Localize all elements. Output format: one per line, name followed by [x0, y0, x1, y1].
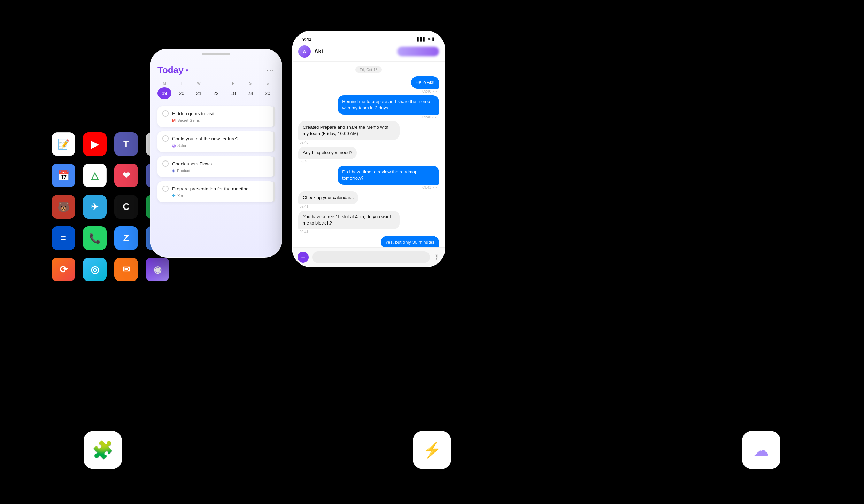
- day-label-f: F: [226, 81, 240, 85]
- app-icon-12[interactable]: 🐻: [52, 195, 75, 219]
- bubble-30min: Yes, but only 30 minutes: [381, 236, 439, 247]
- chat-input-bar: + 🎙: [293, 247, 445, 267]
- app-icon-26[interactable]: ✉: [114, 258, 138, 281]
- phone2-chat: 9:41 ▌▌▌ ⌾ ▮ A Aki Fri, Oct 18 Hello Aki…: [292, 31, 445, 267]
- task-source-icon-3: ◈: [172, 168, 175, 173]
- day-18[interactable]: 18: [226, 87, 240, 99]
- task-item-1[interactable]: Hidden gems to visit M Secret Gems: [157, 106, 275, 127]
- task-title-3: Check users Flows: [172, 161, 212, 166]
- bubble-hello: Hello Aki!: [411, 76, 439, 89]
- task-title-1: Hidden gems to visit: [172, 111, 215, 116]
- chat-input[interactable]: [312, 251, 430, 263]
- avatar-label: A: [303, 49, 306, 54]
- today-chevron-icon: ▾: [186, 68, 188, 73]
- workflow-line-1: [122, 450, 413, 450]
- bubble-created: Created Prepare and share the Memo with …: [298, 121, 400, 140]
- workflow-line-2: [451, 450, 742, 450]
- app-icon-27[interactable]: ◉: [146, 258, 169, 281]
- msg-time-1: 09:40 ✓✓: [421, 89, 439, 93]
- msg-free-slot: You have a free 1h slot at 4pm, do you w…: [298, 211, 439, 234]
- date-label: Fri, Oct 18: [355, 66, 381, 73]
- app-icon-20[interactable]: Z: [114, 226, 138, 250]
- task-source-name-4: Xin: [177, 194, 183, 198]
- msg-time-4: 09:40: [298, 160, 310, 164]
- app-icon-2[interactable]: T: [114, 132, 138, 156]
- day-label-w: W: [192, 81, 206, 85]
- workflow-bar: 🧩 ⚡ ☁: [84, 431, 780, 469]
- task-checkbox-4[interactable]: [162, 186, 169, 192]
- task-item-3[interactable]: Check users Flows ◈ Product: [157, 156, 275, 177]
- msg-checking: Checking your calendar... 09:41: [298, 191, 439, 208]
- mic-icon[interactable]: 🎙: [433, 254, 440, 261]
- status-time: 9:41: [302, 37, 311, 42]
- task-checkbox-2[interactable]: [162, 135, 169, 142]
- task-source-name-1: Secret Gems: [177, 118, 200, 123]
- task-title-2: Could you test the new feature?: [172, 136, 239, 141]
- app-icon-19[interactable]: 📞: [83, 226, 107, 250]
- chat-action-blurred: [397, 47, 439, 56]
- msg-30min: Yes, but only 30 minutes 09:41 ✓✓: [298, 236, 439, 247]
- ai-icon: ☁: [754, 441, 769, 459]
- app-icon-18[interactable]: ≡: [52, 226, 75, 250]
- add-button[interactable]: +: [298, 252, 309, 263]
- wifi-icon: ⌾: [428, 37, 430, 41]
- task-source-icon-4: ✈: [172, 193, 176, 198]
- app-icon-0[interactable]: 📝: [52, 132, 75, 156]
- msg-hello: Hello Aki! 09:40 ✓✓: [298, 76, 439, 93]
- task-source-icon-1: M: [172, 118, 176, 123]
- app-icon-8[interactable]: ❤: [114, 164, 138, 187]
- app-icon-7[interactable]: △: [83, 164, 107, 187]
- task-source-name-2: Sofia: [177, 143, 186, 148]
- day-20b[interactable]: 20: [261, 87, 275, 99]
- day-24[interactable]: 24: [244, 87, 257, 99]
- bubble-free-slot: You have a free 1h slot at 4pm, do you w…: [298, 211, 400, 229]
- avatar: A: [298, 45, 311, 58]
- day-label-t1: T: [175, 81, 188, 85]
- app-icon-14[interactable]: C: [114, 195, 138, 219]
- task-checkbox-3[interactable]: [162, 160, 169, 167]
- task-checkbox-1[interactable]: [162, 110, 169, 117]
- task-source-icon-2: ◎: [172, 143, 176, 148]
- week-day-labels: M T W T F S S: [157, 81, 275, 85]
- alby-icon: ⚡: [423, 441, 442, 459]
- msg-time-5: 09:41 ✓✓: [421, 186, 439, 189]
- msg-remind: Remind me to prepare and share the memo …: [298, 95, 439, 119]
- day-label-m: M: [157, 81, 171, 85]
- task-source-name-3: Product: [177, 168, 190, 173]
- puzzle-icon: 🧩: [92, 440, 114, 460]
- menu-dots[interactable]: ···: [267, 66, 275, 74]
- workflow-icon-ai[interactable]: ☁: [742, 431, 780, 469]
- signal-icon: ▌▌▌: [417, 37, 426, 41]
- app-icon-25[interactable]: ◎: [83, 258, 107, 281]
- status-icons: ▌▌▌ ⌾ ▮: [417, 36, 435, 42]
- app-icon-6[interactable]: 📅: [52, 164, 75, 187]
- bubble-anything: Anything else you need?: [298, 147, 357, 159]
- battery-icon: ▮: [432, 36, 435, 42]
- day-19[interactable]: 19: [157, 87, 171, 99]
- today-title: Today ▾: [157, 65, 188, 76]
- app-icon-13[interactable]: ✈: [83, 195, 107, 219]
- bubble-roadmap-q: Do I have time to review the roadmap tom…: [338, 166, 439, 184]
- task-list: Hidden gems to visit M Secret Gems Could…: [157, 106, 275, 202]
- day-22[interactable]: 22: [209, 87, 223, 99]
- workflow-icon-alby[interactable]: ⚡: [413, 431, 451, 469]
- bubble-remind: Remind me to prepare and share the memo …: [338, 95, 439, 114]
- workflow-icon-puzzle[interactable]: 🧩: [84, 431, 122, 469]
- week-day-numbers: 19 20 21 22 18 24 20: [157, 87, 275, 99]
- chat-messages: Fri, Oct 18 Hello Aki! 09:40 ✓✓ Remind m…: [293, 62, 445, 247]
- day-21[interactable]: 21: [192, 87, 206, 99]
- msg-created: Created Prepare and share the Memo with …: [298, 121, 439, 144]
- phone1-calendar: Today ▾ ··· M T W T F S S 19 20 21 22 18…: [150, 49, 282, 258]
- day-20a[interactable]: 20: [175, 87, 188, 99]
- day-label-s1: S: [244, 81, 257, 85]
- chat-header: A Aki: [293, 43, 445, 62]
- app-icon-1[interactable]: ▶: [83, 132, 107, 156]
- day-label-t2: T: [209, 81, 223, 85]
- msg-time-7: 09:41: [298, 230, 310, 234]
- task-item-2[interactable]: Could you test the new feature? ◎ Sofia: [157, 131, 275, 152]
- msg-time-2: 09:40 ✓✓: [421, 115, 439, 119]
- task-item-4[interactable]: Prepare presentation for the meeting ✈ X…: [157, 181, 275, 202]
- chat-contact-name: Aki: [314, 48, 323, 55]
- msg-time-6: 09:41: [298, 205, 310, 208]
- app-icon-24[interactable]: ⟳: [52, 258, 75, 281]
